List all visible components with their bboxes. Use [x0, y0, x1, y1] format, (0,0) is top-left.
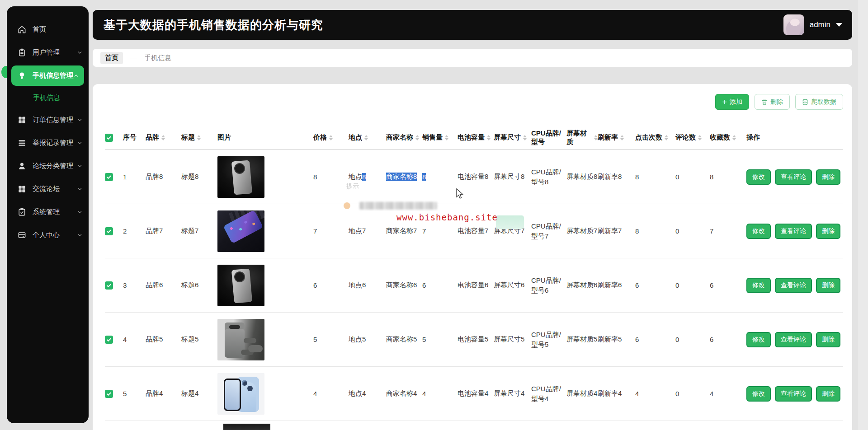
delete-button[interactable]: 删除	[816, 169, 840, 185]
sort-icon[interactable]	[161, 135, 165, 140]
edit-button[interactable]: 修改	[746, 332, 771, 347]
delete-button[interactable]: 删除	[755, 94, 790, 110]
view-comments-button[interactable]: 查看评论	[775, 169, 812, 185]
delete-button[interactable]: 删除	[816, 386, 840, 402]
sort-icon[interactable]	[620, 135, 624, 140]
material-value: 屏幕材质8	[566, 173, 597, 181]
cell-material: 屏幕材质4	[566, 389, 598, 398]
sidebar-item-home[interactable]: 首页	[7, 18, 89, 41]
table-row: 4品牌5标题55地点5商家名称55电池容量5屏幕尺寸5CPU品牌/型号5屏幕材质…	[105, 313, 843, 367]
row-checkbox[interactable]	[105, 336, 113, 344]
sort-icon[interactable]	[594, 135, 598, 140]
grid-icon	[17, 184, 27, 194]
sidebar-item-user-mgmt[interactable]: 用户管理	[7, 41, 89, 64]
highlight-box	[496, 215, 524, 229]
title-value: 标题8	[181, 173, 198, 181]
sidebar-item-personal-center[interactable]: 个人中心	[7, 224, 89, 247]
crawl-data-button[interactable]: 爬取数据	[795, 94, 843, 110]
view-comments-button[interactable]: 查看评论	[775, 332, 812, 347]
price-value: 5	[313, 336, 317, 343]
row-checkbox[interactable]	[105, 227, 113, 235]
delete-button[interactable]: 删除	[816, 332, 840, 347]
sidebar-item-label: 用户管理	[33, 48, 77, 57]
row-checkbox[interactable]	[105, 390, 113, 398]
cell-battery: 电池容量5	[458, 335, 494, 344]
avatar[interactable]	[783, 14, 804, 35]
cell-actions: 修改查看评论删除	[746, 278, 843, 293]
view-comments-button[interactable]: 查看评论	[775, 278, 812, 293]
row-checkbox[interactable]	[105, 173, 113, 181]
delete-button[interactable]: 删除	[816, 224, 840, 239]
delete-button[interactable]: 删除	[816, 278, 840, 293]
view-comments-button[interactable]: 查看评论	[775, 224, 812, 239]
select-all-checkbox[interactable]	[105, 134, 113, 142]
col-header-title[interactable]: 标题	[181, 133, 217, 142]
sidebar-item-order-info-mgmt[interactable]: 订单信息管理	[7, 108, 89, 131]
cell-brand: 品牌6	[146, 281, 181, 290]
comments-value: 0	[675, 390, 679, 397]
sort-icon[interactable]	[665, 135, 668, 140]
col-header-brand[interactable]: 品牌	[146, 133, 181, 142]
sort-icon[interactable]	[364, 135, 368, 140]
col-header-refresh[interactable]: 刷新率	[598, 133, 635, 142]
breadcrumb-home[interactable]: 首页	[100, 52, 123, 64]
add-button[interactable]: + 添加	[715, 94, 749, 110]
user-menu[interactable]: admin	[783, 14, 842, 35]
favorites-value: 4	[710, 390, 713, 397]
col-header-screen[interactable]: 屏幕尺寸	[494, 133, 531, 142]
sidebar-item-phone-info-mgmt[interactable]: 手机信息管理	[11, 65, 84, 86]
page-title: 基于大数据的手机销售数据的分析与研究	[104, 17, 323, 33]
cell-material: 屏幕材质8	[566, 173, 598, 181]
sort-icon[interactable]	[329, 135, 333, 140]
location-value: 地点7	[349, 227, 366, 235]
col-header-favorites[interactable]: 收藏数	[710, 133, 746, 142]
col-header-sales[interactable]: 销售量	[422, 133, 458, 142]
sort-icon[interactable]	[732, 135, 736, 140]
next-row-image-partial	[223, 424, 270, 430]
cell-seq: 1	[123, 173, 146, 181]
cell-refresh: 刷新率5	[598, 335, 635, 344]
cell-brand: 品牌8	[146, 173, 181, 181]
cell-seq: 5	[123, 390, 146, 397]
cell-brand: 品牌5	[146, 335, 181, 344]
cell-screen: 屏幕尺寸6	[494, 281, 531, 290]
sort-icon[interactable]	[197, 135, 201, 140]
sort-icon[interactable]	[487, 135, 491, 140]
cell-clicks: 6	[635, 281, 675, 289]
cell-clicks: 4	[635, 390, 675, 397]
sidebar-item-system-mgmt[interactable]: 系统管理	[7, 201, 89, 224]
view-comments-button[interactable]: 查看评论	[775, 386, 812, 402]
col-header-clicks[interactable]: 点击次数	[635, 133, 675, 142]
col-header-battery[interactable]: 电池容量	[458, 133, 494, 142]
chevron-down-icon	[77, 117, 83, 123]
sort-icon[interactable]	[523, 135, 527, 140]
edit-button[interactable]: 修改	[746, 169, 771, 185]
sidebar-item-exchange-forum[interactable]: 交流论坛	[7, 178, 89, 201]
sort-icon[interactable]	[445, 135, 448, 140]
sidebar-item-report-record-mgmt[interactable]: 举报记录管理	[7, 131, 89, 154]
sidebar-menu: 首页用户管理手机信息管理手机信息订单信息管理举报记录管理论坛分类管理交流论坛系统…	[7, 18, 89, 247]
col-header-merchant[interactable]: 商家名称	[386, 133, 422, 142]
table-row: 3品牌6标题66地点6商家名称66电池容量6屏幕尺寸6CPU品牌/型号6屏幕材质…	[105, 258, 843, 313]
cell-title: 标题5	[181, 335, 217, 344]
sort-icon[interactable]	[698, 135, 702, 140]
edit-button[interactable]: 修改	[746, 224, 771, 239]
col-header-price[interactable]: 价格	[313, 133, 349, 142]
sidebar-item-forum-category-mgmt[interactable]: 论坛分类管理	[7, 154, 89, 178]
col-header-comments[interactable]: 评论数	[675, 133, 710, 142]
cell-actions: 修改查看评论删除	[746, 224, 843, 239]
clipboard-icon	[17, 48, 27, 58]
col-header-location[interactable]: 地点	[349, 133, 386, 142]
sort-icon[interactable]	[415, 135, 419, 140]
col-header-material[interactable]: 屏幕材质	[566, 129, 598, 146]
cell-battery: 电池容量8	[458, 173, 494, 181]
content-card: + 添加 删除 爬取数据 序号品牌标题图片价格地点商家名称销售量电池容量屏幕尺寸…	[93, 84, 852, 430]
comments-value: 0	[675, 281, 679, 289]
edit-button[interactable]: 修改	[746, 386, 771, 402]
sidebar-subitem-phone-info[interactable]: 手机信息	[7, 87, 89, 108]
row-checkbox[interactable]	[105, 281, 113, 290]
cell-favorites: 8	[710, 173, 746, 181]
seq-value: 5	[123, 390, 127, 397]
col-header-checkbox	[105, 134, 123, 142]
edit-button[interactable]: 修改	[746, 278, 771, 293]
